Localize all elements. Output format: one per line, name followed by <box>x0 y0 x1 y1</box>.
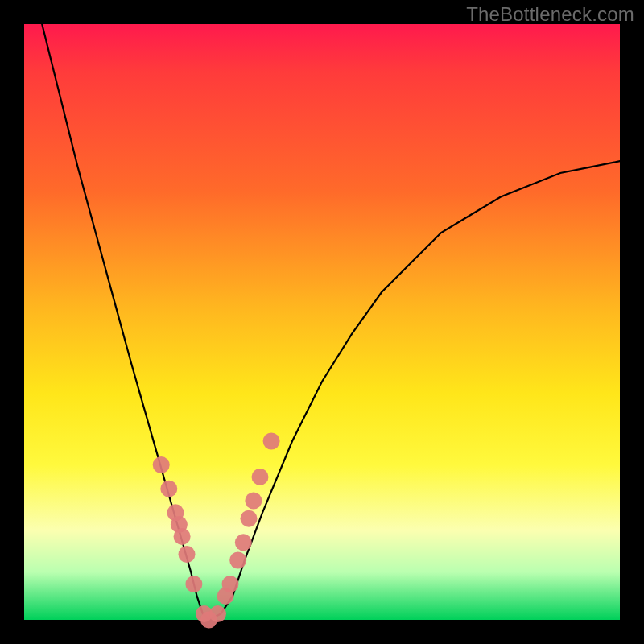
highlighted-point <box>160 481 177 497</box>
highlighted-point <box>222 576 239 592</box>
highlighted-point <box>229 552 246 569</box>
watermark-text: TheBottleneck.com <box>466 3 634 26</box>
highlighted-point <box>185 576 202 592</box>
highlighted-point <box>245 493 262 510</box>
chart-frame: TheBottleneck.com <box>0 0 644 644</box>
highlighted-point <box>235 534 252 551</box>
highlighted-points-group <box>153 433 280 629</box>
highlighted-point <box>153 456 170 473</box>
highlighted-point <box>252 469 269 485</box>
chart-svg <box>24 24 620 620</box>
highlighted-point <box>174 528 191 545</box>
bottleneck-curve <box>42 24 620 620</box>
highlighted-point <box>209 605 226 622</box>
highlighted-point <box>179 546 196 563</box>
highlighted-point <box>241 510 258 527</box>
highlighted-point <box>263 433 280 450</box>
